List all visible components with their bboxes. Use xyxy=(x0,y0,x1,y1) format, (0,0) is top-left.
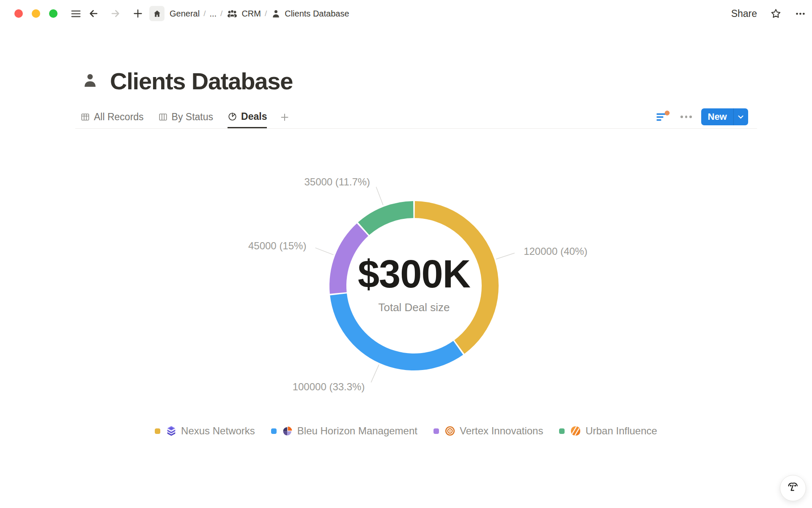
label-leader-line xyxy=(496,253,515,259)
legend-company-name: Bleu Horizon Management xyxy=(297,425,417,437)
legend-company-name: Vertex Innovations xyxy=(460,425,543,437)
add-view-plus-icon[interactable] xyxy=(280,112,290,122)
donut-segment-nexus-networks[interactable] xyxy=(415,201,499,354)
legend-item-urban-influence[interactable]: Urban Influence xyxy=(559,425,657,437)
tab-by-status[interactable]: By Status xyxy=(158,106,213,128)
pie-chart-icon xyxy=(228,112,237,121)
board-icon xyxy=(158,112,168,122)
breadcrumb-item-clients-database[interactable]: Clients Database xyxy=(271,8,349,19)
donut-segment-bleu-horizon-management[interactable] xyxy=(330,293,463,370)
window-titlebar: General/.../CRM/Clients Database Share xyxy=(0,0,812,27)
sidebar-menu-icon[interactable] xyxy=(70,8,82,19)
quadrant-circle-logo xyxy=(282,425,293,436)
minimize-window-button[interactable] xyxy=(32,9,40,18)
new-tab-plus-icon[interactable] xyxy=(132,8,143,19)
active-filter-indicator-dot xyxy=(665,110,670,116)
tab-label: By Status xyxy=(172,111,213,123)
breadcrumb-label: CRM xyxy=(241,9,261,19)
page-title[interactable]: Clients Database xyxy=(110,68,293,95)
table-icon xyxy=(80,112,90,122)
legend-color-swatch xyxy=(559,428,565,434)
view-options-icon[interactable] xyxy=(680,116,692,118)
legend-company-name: Urban Influence xyxy=(585,425,657,437)
target-rings-logo xyxy=(444,425,455,436)
breadcrumb-separator: / xyxy=(265,9,267,18)
chart-legend: Nexus NetworksBleu Horizon ManagementVer… xyxy=(0,425,812,437)
breadcrumb: General/.../CRM/Clients Database xyxy=(170,8,349,19)
donut-segment-urban-influence[interactable] xyxy=(358,201,414,235)
label-leader-line xyxy=(315,248,334,254)
label-leader-line xyxy=(371,364,379,382)
view-tabs: All RecordsBy StatusDeals xyxy=(80,106,290,128)
back-arrow-icon[interactable] xyxy=(88,8,99,19)
donut-value-label-nexus-networks: 120000 (40%) xyxy=(524,245,587,258)
nexus-stack-logo xyxy=(166,425,177,436)
legend-item-nexus-networks[interactable]: Nexus Networks xyxy=(155,425,255,437)
breadcrumb-separator: / xyxy=(203,9,206,18)
legend-color-swatch xyxy=(155,428,160,434)
donut-value-label-bleu-horizon-management: 100000 (33.3%) xyxy=(293,381,365,393)
donut-segment-vertex-innovations[interactable] xyxy=(329,224,368,294)
tab-deals[interactable]: Deals xyxy=(228,106,267,128)
close-window-button[interactable] xyxy=(14,9,23,18)
tab-label: Deals xyxy=(241,111,267,122)
forward-arrow-icon[interactable] xyxy=(110,8,121,19)
new-record-chevron-down-icon[interactable] xyxy=(734,108,748,125)
person-icon xyxy=(271,8,281,19)
tabs-divider xyxy=(75,128,757,129)
favorite-star-icon[interactable] xyxy=(770,8,782,20)
tab-label: All Records xyxy=(94,111,144,123)
filter-sort-button[interactable] xyxy=(656,110,671,124)
breadcrumb-label: General xyxy=(170,9,200,19)
tab-all-records[interactable]: All Records xyxy=(80,106,144,128)
striped-blob-logo xyxy=(570,425,581,436)
people-icon xyxy=(226,8,238,19)
legend-color-swatch xyxy=(271,428,277,434)
breadcrumb-separator: / xyxy=(220,9,222,18)
breadcrumb-item-ellipsis[interactable]: ... xyxy=(209,9,217,19)
more-options-icon[interactable] xyxy=(795,8,806,19)
deals-donut-chart: $300K Total Deal size 120000 (40%)100000… xyxy=(160,159,668,413)
page-person-icon xyxy=(81,72,99,91)
home-button[interactable] xyxy=(149,6,165,21)
breadcrumb-label: ... xyxy=(209,9,217,19)
legend-item-vertex-innovations[interactable]: Vertex Innovations xyxy=(433,425,543,437)
new-record-main-button[interactable]: New xyxy=(701,108,733,125)
donut-value-label-urban-influence: 35000 (11.7%) xyxy=(304,176,370,188)
legend-company-name: Nexus Networks xyxy=(181,425,255,437)
notion-face-icon xyxy=(785,480,801,497)
legend-item-bleu-horizon-management[interactable]: Bleu Horizon Management xyxy=(271,425,417,437)
legend-color-swatch xyxy=(433,428,439,434)
share-button[interactable]: Share xyxy=(731,8,757,19)
breadcrumb-label: Clients Database xyxy=(285,9,349,19)
donut-value-label-vertex-innovations: 45000 (15%) xyxy=(248,240,306,252)
label-leader-line xyxy=(376,187,383,205)
zoom-window-button[interactable] xyxy=(49,9,58,18)
window-controls xyxy=(14,9,58,18)
new-record-button: New xyxy=(701,108,748,125)
notion-ai-button[interactable] xyxy=(780,475,806,501)
breadcrumb-item-general[interactable]: General xyxy=(170,9,200,19)
breadcrumb-item-crm[interactable]: CRM xyxy=(226,8,261,19)
